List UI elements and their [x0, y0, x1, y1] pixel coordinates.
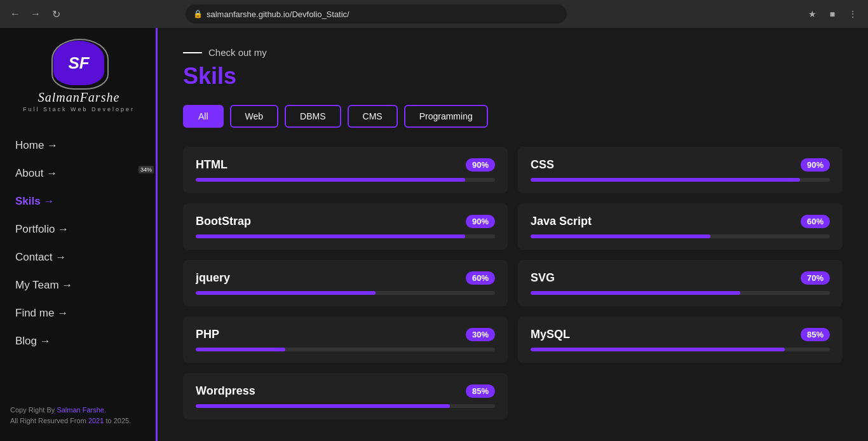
filter-bar: All Web DBMS CMS Programming [183, 105, 843, 128]
skill-pct-html: 90% [466, 158, 495, 172]
skill-bar-css [531, 178, 830, 182]
browser-toolbar: ← → ↻ 🔒 salmanfarshe.github.io/Devfolio_… [0, 0, 868, 28]
skill-pct-svg: 70% [801, 271, 830, 285]
skill-card-jquery: jquery 60% [183, 260, 508, 306]
logo-area: SF SalmanFarshe Full Stack Web Developer [0, 28, 158, 125]
sidebar-item-portfolio[interactable]: Portfolio → [0, 215, 158, 243]
filter-programming[interactable]: Programming [404, 105, 488, 128]
sidebar-item-blog[interactable]: Blog → [0, 327, 158, 355]
scroll-fill: 34% [156, 28, 158, 168]
logo-name: SalmanFarshe [38, 90, 120, 105]
skill-name-javascript: Java Script [531, 215, 592, 228]
section-header: Check out my Skils [183, 47, 843, 90]
main-content: Check out my Skils All Web DBMS CMS Prog… [158, 28, 868, 441]
sidebar-footer: Copy Right By Salman Farshe. All Right R… [0, 397, 158, 435]
skill-fill-html [196, 178, 465, 182]
url-text: salmanfarshe.github.io/Devfolio_Static/ [207, 10, 349, 19]
skill-header-css: CSS 90% [531, 158, 830, 172]
app-container: SF SalmanFarshe Full Stack Web Developer… [0, 28, 868, 441]
skill-bar-html [196, 178, 495, 182]
skill-card-bootstrap: BootStrap 90% [183, 203, 508, 250]
logo-subtitle: Full Stack Web Developer [23, 106, 135, 112]
footer-copy: Copy Right By [10, 406, 57, 414]
scroll-track: 34% [156, 28, 158, 441]
back-button[interactable]: ← [6, 5, 24, 23]
skill-fill-mysql [531, 348, 785, 351]
filter-dbms[interactable]: DBMS [285, 105, 341, 128]
skill-card-mysql: MySQL 85% [518, 316, 843, 363]
skills-grid: HTML 90% CSS 90% BootS [183, 147, 843, 419]
skill-pct-wordpress: 85% [466, 384, 495, 398]
skill-pct-mysql: 85% [801, 328, 830, 341]
sidebar-item-my-team[interactable]: My Team → [0, 271, 158, 299]
reload-button[interactable]: ↻ [47, 5, 65, 23]
skill-bar-wordpress [196, 404, 495, 408]
browser-actions: ★ ■ ⋮ [803, 5, 862, 23]
footer-rights: All Right Resurved From [10, 417, 88, 424]
skill-header-bootstrap: BootStrap 90% [196, 215, 495, 228]
section-subtitle: Check out my [183, 47, 843, 58]
skill-bar-svg [531, 291, 830, 295]
address-bar[interactable]: 🔒 salmanfarshe.github.io/Devfolio_Static… [186, 4, 567, 24]
skill-header-mysql: MySQL 85% [531, 328, 830, 341]
skill-name-mysql: MySQL [531, 328, 570, 341]
filter-web[interactable]: Web [230, 105, 279, 128]
skill-card-html: HTML 90% [183, 147, 508, 193]
skill-pct-bootstrap: 90% [466, 215, 495, 228]
skill-name-bootstrap: BootStrap [196, 215, 251, 228]
skill-card-wordpress: Wordpress 85% [183, 373, 508, 419]
logo-badge: SF [53, 41, 104, 85]
sidebar: SF SalmanFarshe Full Stack Web Developer… [0, 28, 158, 441]
footer-to-year: to 2025. [105, 417, 131, 424]
sidebar-item-contact[interactable]: Contact → [0, 243, 158, 271]
filter-cms[interactable]: CMS [348, 105, 398, 128]
skill-name-css: CSS [531, 158, 554, 172]
skill-header-wordpress: Wordpress 85% [196, 384, 495, 398]
skill-card-php: PHP 30% [183, 316, 508, 363]
skill-bar-javascript [531, 234, 830, 238]
skill-bar-php [196, 348, 495, 351]
skill-fill-css [531, 178, 800, 182]
skill-header-jquery: jquery 60% [196, 271, 495, 285]
forward-button[interactable]: → [27, 5, 44, 23]
sidebar-item-skils[interactable]: Skils → [0, 187, 158, 215]
skill-card-javascript: Java Script 60% [518, 203, 843, 250]
sidebar-item-home[interactable]: Home → [0, 132, 158, 159]
star-button[interactable]: ★ [803, 5, 821, 23]
lock-icon: 🔒 [193, 10, 203, 18]
sidebar-item-about[interactable]: About → [0, 159, 158, 187]
skill-bar-mysql [531, 348, 830, 351]
sidebar-item-find-me[interactable]: Find me → [0, 299, 158, 327]
skill-name-php: PHP [196, 328, 219, 341]
footer-year-link[interactable]: 2021 [88, 417, 104, 424]
skill-header-svg: SVG 70% [531, 271, 830, 285]
skill-fill-javascript [531, 234, 710, 238]
skill-fill-php [196, 348, 285, 351]
skill-name-svg: SVG [531, 271, 555, 285]
section-title: Skils [183, 63, 843, 90]
footer-author-link[interactable]: Salman Farshe. [57, 406, 106, 414]
skill-pct-jquery: 60% [466, 271, 495, 285]
logo-initials: SF [68, 53, 89, 73]
skill-name-wordpress: Wordpress [196, 384, 255, 398]
skill-header-php: PHP 30% [196, 328, 495, 341]
skill-card-svg: SVG 70% [518, 260, 843, 306]
skill-bar-jquery [196, 291, 495, 295]
skill-fill-jquery [196, 291, 376, 295]
filter-all[interactable]: All [183, 105, 224, 128]
skill-fill-wordpress [196, 404, 450, 408]
extensions-button[interactable]: ■ [824, 5, 841, 23]
skill-fill-svg [531, 291, 740, 295]
skill-pct-javascript: 60% [801, 215, 830, 228]
skill-fill-bootstrap [196, 234, 465, 238]
scroll-label: 34% [139, 166, 154, 173]
menu-button[interactable]: ⋮ [844, 5, 862, 23]
skill-pct-php: 30% [466, 328, 495, 341]
skill-name-jquery: jquery [196, 271, 230, 285]
browser-nav: ← → ↻ [6, 5, 65, 23]
skill-name-html: HTML [196, 158, 227, 172]
nav-menu: Home → About → Skils → Portfolio → Conta… [0, 125, 158, 397]
skill-pct-css: 90% [801, 158, 830, 172]
skill-header-javascript: Java Script 60% [531, 215, 830, 228]
skill-card-css: CSS 90% [518, 147, 843, 193]
